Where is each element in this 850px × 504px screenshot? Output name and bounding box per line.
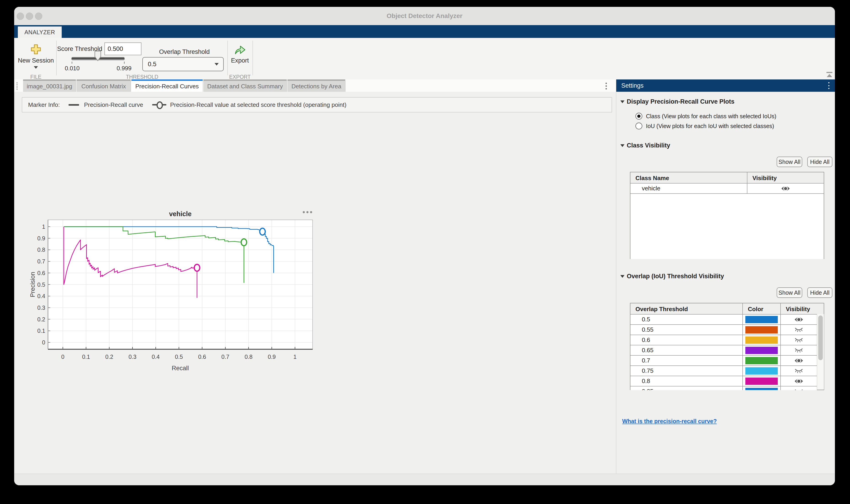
iou-table-row: 0.65 (630, 345, 817, 356)
iou-hide-all-button[interactable]: Hide All (807, 287, 832, 298)
threshold-section-label: THRESHOLD (110, 74, 174, 80)
y-tick-label: 0.1 (37, 327, 45, 334)
x-tick-label: 0.6 (198, 354, 206, 360)
score-threshold-input[interactable] (104, 42, 141, 55)
iou-visibility-section-header[interactable]: Overlap (IoU) Threshold Visibility (620, 273, 724, 280)
x-tick-label: 0.9 (268, 354, 276, 360)
new-session-caret-icon[interactable] (34, 66, 38, 69)
document-tab-confusion-matrix[interactable]: Confusion Matrix (76, 79, 131, 92)
x-tick-label: 0.5 (175, 354, 183, 360)
y-tick-label: 0.7 (37, 258, 45, 265)
tab-label: image_00031.jpg (23, 81, 76, 92)
overlap-threshold-label: Overlap Threshold (156, 48, 213, 55)
class-visibility-column-header: Visibility (747, 172, 824, 183)
color-swatch[interactable] (745, 357, 778, 364)
document-tab-image-00031-jpg[interactable]: image_00031.jpg (23, 79, 76, 92)
export-button[interactable]: Export (226, 57, 254, 64)
iou-threshold-cell: 0.5 (630, 314, 742, 324)
eye-open-icon[interactable] (794, 357, 804, 364)
color-swatch[interactable] (745, 388, 778, 390)
color-swatch[interactable] (745, 326, 778, 334)
iou-threshold-cell: 0.85 (630, 386, 742, 390)
table-scrollbar[interactable] (817, 314, 824, 390)
class-visibility-section-title: Class Visibility (627, 142, 670, 149)
iou-threshold-cell: 0.55 (630, 325, 742, 335)
curve-legend-line-icon (69, 104, 79, 106)
eye-closed-icon[interactable] (794, 337, 804, 344)
document-tab-dataset-and-class-summary[interactable]: Dataset and Class Summary (203, 79, 287, 92)
eye-open-icon[interactable] (794, 316, 804, 323)
axes-toolbar-button[interactable] (300, 209, 314, 215)
class-visibility-table: Class Name Visibility vehicle (630, 172, 824, 259)
color-swatch[interactable] (745, 337, 778, 344)
precision-recall-chart[interactable]: 00.10.20.30.40.50.60.70.80.9100.10.20.30… (28, 206, 329, 375)
color-swatch[interactable] (745, 347, 778, 354)
settings-panel: Settings Display Precision-Recall Curve … (616, 79, 835, 474)
iou-table-row: 0.85 (630, 386, 817, 390)
class-name-column-header: Class Name (630, 172, 747, 183)
document-tab-precision-recall-curves[interactable]: Precision-Recall Curves (132, 79, 203, 92)
app-window: Object Detector Analyzer ANALYZER New Se… (14, 7, 835, 485)
new-session-button[interactable]: New Session (14, 57, 57, 64)
title-bar: Object Detector Analyzer (14, 7, 835, 25)
class-hide-all-button[interactable]: Hide All (807, 157, 832, 167)
y-tick-label: 0.6 (37, 270, 45, 276)
class-show-all-button[interactable]: Show All (777, 157, 802, 167)
document-tab-detections-by-area[interactable]: Detections by Area (288, 79, 345, 92)
eye-open-icon[interactable] (781, 185, 791, 192)
y-axis-label: Precision (29, 272, 36, 297)
iou-color-cell (742, 356, 780, 365)
tab-overflow-button[interactable] (606, 83, 607, 89)
operating-point-marker[interactable] (241, 239, 246, 246)
file-section-label: FILE (20, 74, 52, 80)
tab-label: Detections by Area (288, 81, 346, 92)
tab-label: Dataset and Class Summary (203, 81, 287, 92)
toolstrip: New Session FILE Score Threshold 0.010 0… (14, 38, 835, 80)
slider-thumb[interactable] (94, 51, 101, 62)
collapse-toolstrip-button[interactable] (826, 72, 833, 78)
iou-table-row: 0.55 (630, 325, 817, 335)
y-tick-label: 0.2 (37, 316, 45, 323)
x-axis-label: Recall (172, 365, 189, 372)
eye-closed-icon[interactable] (794, 367, 804, 374)
tab-drag-handle[interactable] (16, 82, 19, 90)
radio-button-class[interactable] (636, 113, 642, 120)
iou-color-cell (742, 325, 780, 335)
scrollbar-thumb[interactable] (818, 316, 823, 360)
iou-visibility-cell (780, 366, 817, 376)
x-tick-label: 1 (293, 354, 297, 360)
export-section-label: EXPORT (224, 74, 256, 80)
color-swatch[interactable] (745, 367, 778, 375)
eye-closed-icon[interactable] (794, 388, 804, 390)
curve-legend-label: Precision-Recall curve (84, 101, 143, 108)
radio-iou-option[interactable]: IoU (View plots for each IoU with select… (636, 123, 774, 129)
iou-visibility-cell (780, 314, 817, 324)
help-link[interactable]: What is the precision-recall curve? (622, 418, 717, 425)
settings-menu-button[interactable] (828, 82, 830, 89)
operating-point-marker[interactable] (260, 228, 265, 235)
x-tick-label: 0.2 (105, 354, 113, 360)
overlap-threshold-dropdown[interactable]: 0.5 (142, 57, 224, 71)
display-section-header[interactable]: Display Precision-Recall Curve Plots (620, 98, 734, 105)
x-tick-label: 0.8 (244, 354, 253, 360)
class-visibility-section-header[interactable]: Class Visibility (620, 142, 670, 149)
section-divider (253, 41, 253, 75)
eye-open-icon[interactable] (794, 378, 804, 384)
eye-closed-icon[interactable] (794, 347, 804, 354)
display-section-title: Display Precision-Recall Curve Plots (627, 98, 734, 105)
iou-color-cell (742, 314, 780, 324)
overlap-threshold-value: 0.5 (148, 57, 157, 71)
eye-closed-icon[interactable] (794, 326, 804, 333)
ribbon-tab-analyzer[interactable]: ANALYZER (18, 26, 62, 38)
y-tick-label: 0.3 (37, 305, 45, 311)
iou-show-all-button[interactable]: Show All (777, 287, 802, 298)
color-swatch[interactable] (745, 378, 778, 385)
iou-threshold-column-header: Overlap Threshold (630, 303, 742, 314)
iou-visibility-cell (780, 356, 817, 365)
color-swatch[interactable] (745, 316, 778, 323)
class-table-row: vehicle (630, 183, 824, 194)
section-divider (56, 41, 57, 75)
radio-button-iou[interactable] (636, 123, 642, 129)
radio-class-option[interactable]: Class (View plots for each class with se… (636, 113, 777, 120)
operating-point-marker[interactable] (194, 264, 200, 271)
